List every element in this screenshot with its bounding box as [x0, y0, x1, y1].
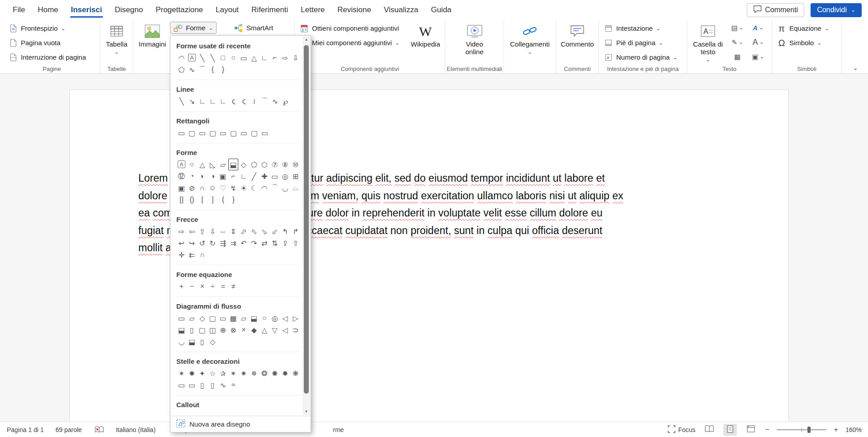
shape-item[interactable]: ☾: [249, 182, 259, 194]
shape-item[interactable]: ▷: [290, 312, 301, 324]
shape-item[interactable]: ▢: [249, 127, 259, 139]
shape-item[interactable]: {: [208, 64, 218, 75]
shape-item[interactable]: □: [218, 52, 228, 64]
shape-item[interactable]: ∿: [218, 379, 228, 391]
new-drawing-canvas-button[interactable]: Nuova area disegno: [170, 416, 311, 432]
tab-file[interactable]: File: [6, 0, 31, 20]
shape-item[interactable]: △: [197, 159, 208, 170]
shape-item[interactable]: ↯: [228, 182, 239, 194]
shape-item[interactable]: ◇: [208, 336, 218, 348]
shape-item[interactable]: A: [188, 54, 196, 61]
shape-item[interactable]: ×: [239, 324, 249, 336]
shape-item[interactable]: ↪: [187, 237, 197, 249]
shape-item[interactable]: ▭: [239, 127, 249, 139]
shape-item[interactable]: ÷: [208, 281, 218, 292]
shape-item[interactable]: ∿: [270, 95, 280, 107]
shape-item[interactable]: ⬃: [269, 226, 280, 237]
shape-item[interactable]: ◁: [280, 312, 290, 324]
shape-item[interactable]: ▢: [228, 127, 239, 139]
shape-item[interactable]: ▭: [176, 379, 187, 391]
simbolo-button[interactable]: Ω Simbolo ⌄: [774, 36, 840, 49]
shape-item[interactable]: ▱: [218, 159, 228, 170]
shape-item[interactable]: ✸: [187, 367, 197, 379]
shape-item[interactable]: ⬀: [239, 226, 249, 237]
shape-item[interactable]: ⇩: [208, 226, 218, 237]
equazione-button[interactable]: π Equazione ⌄: [774, 22, 840, 35]
interruzione-pagina-button[interactable]: Interruzione di pagina: [5, 51, 98, 64]
shape-item[interactable]: ◁: [280, 324, 290, 336]
shape-item[interactable]: ⌒: [269, 182, 280, 194]
shape-item[interactable]: ς: [228, 95, 239, 107]
shape-item[interactable]: ◫: [208, 324, 218, 336]
shape-item[interactable]: ◺: [208, 159, 218, 170]
riga-firma-button[interactable]: ✎⌄: [730, 36, 745, 48]
shape-item[interactable]: ↶: [239, 237, 249, 249]
shape-item[interactable]: ↱: [290, 226, 301, 237]
shape-item[interactable]: ↻: [208, 237, 218, 249]
shape-item[interactable]: ▢: [187, 127, 197, 139]
shape-item[interactable]: ▭: [218, 312, 228, 324]
word-count[interactable]: 69 parole: [56, 426, 82, 433]
shape-item[interactable]: ▱: [239, 312, 249, 324]
shape-item[interactable]: ⑦: [269, 159, 280, 170]
shape-item[interactable]: ▽: [269, 324, 280, 336]
frontespizio-button[interactable]: Frontespizio ⌄: [5, 22, 98, 35]
shape-item[interactable]: ∩: [197, 249, 208, 261]
tab-visualizza[interactable]: Visualizza: [377, 0, 425, 20]
shape-item[interactable]: ⑧: [280, 159, 290, 170]
tab-disegno[interactable]: Disegno: [108, 0, 149, 20]
shape-item[interactable]: ✺: [269, 367, 280, 379]
shape-item[interactable]: ✛: [176, 249, 187, 261]
shape-item[interactable]: =: [218, 281, 228, 292]
shape-item[interactable]: ∟: [259, 52, 269, 64]
shape-item[interactable]: ⌐: [228, 170, 239, 182]
shape-item[interactable]: ╲: [208, 52, 218, 64]
shape-item[interactable]: ⇇: [187, 249, 197, 261]
collegamenti-button[interactable]: Collegamenti ⌄: [506, 21, 553, 55]
shape-item[interactable]: ≠: [228, 281, 239, 292]
shape-item[interactable]: ∟: [218, 95, 228, 107]
shape-item[interactable]: ✶: [228, 367, 239, 379]
shape-item[interactable]: ⌒: [197, 64, 208, 75]
shape-item[interactable]: ▭: [176, 127, 187, 139]
tab-revisione[interactable]: Revisione: [331, 0, 377, 20]
shape-item[interactable]: ✹: [280, 367, 290, 379]
shape-item[interactable]: ∩: [197, 182, 208, 194]
miei-componenti-button[interactable]: Miei componenti aggiuntivi ⌄: [297, 36, 406, 49]
shape-item[interactable]: ⑩: [290, 159, 301, 170]
shape-item[interactable]: ♡: [218, 182, 228, 194]
shape-item[interactable]: ▭: [197, 127, 208, 139]
shape-item[interactable]: }: [218, 64, 228, 75]
shape-item[interactable]: ▯: [187, 324, 197, 336]
zoom-out-button[interactable]: −: [765, 425, 769, 434]
shape-item[interactable]: ⇔: [218, 226, 228, 237]
shape-item[interactable]: ⬓: [228, 159, 239, 170]
shape-item[interactable]: ◗: [197, 170, 208, 182]
shape-item[interactable]: ⑫: [176, 170, 187, 182]
shape-item[interactable]: ◠: [259, 182, 269, 194]
shape-item[interactable]: ▦: [228, 312, 239, 324]
shape-item[interactable]: ↰: [280, 226, 290, 237]
scroll-down-icon[interactable]: ▼: [302, 408, 310, 415]
shape-item[interactable]: ╲: [197, 52, 208, 64]
video-online-button[interactable]: Video online: [457, 21, 492, 56]
casella-di-testo-button[interactable]: A Casella di testo ⌄: [690, 21, 726, 62]
shape-item[interactable]: ✵: [249, 367, 259, 379]
shape-item[interactable]: ◠: [176, 52, 187, 64]
intestazione-button[interactable]: Intestazione ⌄: [601, 22, 685, 35]
shape-item[interactable]: ⇦: [187, 226, 197, 237]
shape-item[interactable]: ⊞: [290, 170, 301, 182]
read-mode-button[interactable]: [703, 424, 716, 436]
smartart-button[interactable]: SmartArt: [231, 22, 276, 34]
shape-item[interactable]: ↘: [187, 95, 197, 107]
shape-item[interactable]: ↺: [197, 237, 208, 249]
shape-item[interactable]: }: [228, 194, 239, 206]
shape-item[interactable]: ▭: [269, 170, 280, 182]
zoom-slider-thumb[interactable]: [807, 427, 811, 433]
shape-item[interactable]: ς: [239, 95, 249, 107]
forme-button[interactable]: Forme ⌄: [170, 22, 217, 34]
shape-item[interactable]: ▢: [208, 127, 218, 139]
shape-item[interactable]: ⬡: [259, 159, 269, 170]
shape-item[interactable]: ⬁: [249, 226, 259, 237]
shape-item[interactable]: ⬓: [249, 312, 259, 324]
